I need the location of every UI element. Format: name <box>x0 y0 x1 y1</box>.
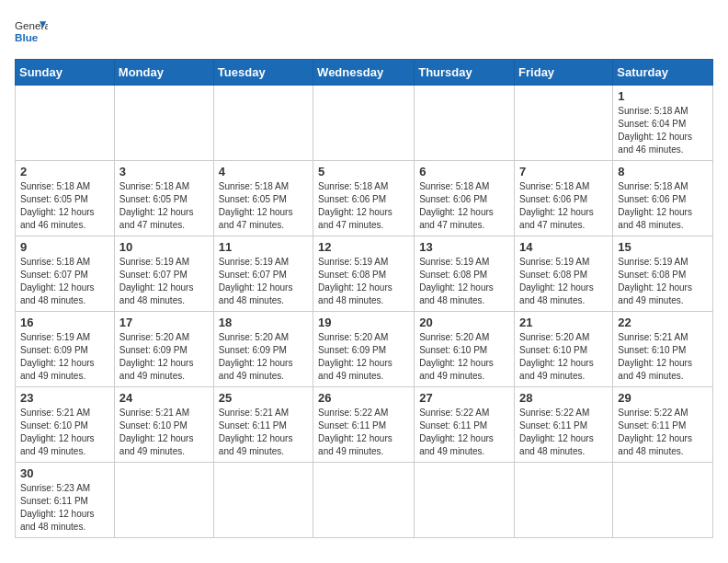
calendar-cell: 5Sunrise: 5:18 AM Sunset: 6:06 PM Daylig… <box>313 161 415 236</box>
day-number: 5 <box>318 165 409 178</box>
day-number: 2 <box>20 165 109 178</box>
day-number: 22 <box>618 316 708 329</box>
calendar-cell: 18Sunrise: 5:20 AM Sunset: 6:09 PM Dayli… <box>213 312 313 387</box>
logo: General Blue <box>15 15 48 48</box>
calendar-cell: 4Sunrise: 5:18 AM Sunset: 6:05 PM Daylig… <box>213 161 313 236</box>
calendar-cell <box>213 86 313 161</box>
calendar-cell: 20Sunrise: 5:20 AM Sunset: 6:10 PM Dayli… <box>415 312 515 387</box>
day-number: 29 <box>618 391 708 405</box>
day-number: 28 <box>519 391 608 405</box>
day-number: 13 <box>419 240 509 254</box>
day-number: 4 <box>219 165 308 178</box>
calendar-week-row: 1Sunrise: 5:18 AM Sunset: 6:04 PM Daylig… <box>16 86 713 161</box>
day-info: Sunrise: 5:22 AM Sunset: 6:11 PM Dayligh… <box>318 407 409 458</box>
day-number: 18 <box>219 316 308 329</box>
day-info: Sunrise: 5:18 AM Sunset: 6:06 PM Dayligh… <box>318 180 409 232</box>
day-info: Sunrise: 5:18 AM Sunset: 6:05 PM Dayligh… <box>219 180 308 232</box>
day-number: 27 <box>419 391 509 405</box>
calendar-cell <box>313 463 415 538</box>
calendar-cell: 14Sunrise: 5:19 AM Sunset: 6:08 PM Dayli… <box>515 236 613 312</box>
calendar-week-row: 2Sunrise: 5:18 AM Sunset: 6:05 PM Daylig… <box>16 161 713 236</box>
day-number: 24 <box>119 391 209 405</box>
day-info: Sunrise: 5:19 AM Sunset: 6:08 PM Dayligh… <box>519 256 608 307</box>
calendar-cell <box>213 463 313 538</box>
day-info: Sunrise: 5:20 AM Sunset: 6:09 PM Dayligh… <box>318 331 409 383</box>
calendar-cell: 27Sunrise: 5:22 AM Sunset: 6:11 PM Dayli… <box>415 387 515 463</box>
calendar-cell: 30Sunrise: 5:23 AM Sunset: 6:11 PM Dayli… <box>16 463 115 538</box>
day-number: 7 <box>519 165 608 178</box>
day-number: 6 <box>419 165 509 178</box>
calendar-cell: 3Sunrise: 5:18 AM Sunset: 6:05 PM Daylig… <box>114 161 213 236</box>
day-number: 10 <box>119 240 209 254</box>
calendar-week-row: 16Sunrise: 5:19 AM Sunset: 6:09 PM Dayli… <box>16 312 713 387</box>
calendar-cell: 1Sunrise: 5:18 AM Sunset: 6:04 PM Daylig… <box>613 86 713 161</box>
calendar-cell <box>114 463 213 538</box>
weekday-thursday: Thursday <box>415 60 515 86</box>
calendar-cell: 8Sunrise: 5:18 AM Sunset: 6:06 PM Daylig… <box>613 161 713 236</box>
weekday-friday: Friday <box>515 60 613 86</box>
calendar-cell: 13Sunrise: 5:19 AM Sunset: 6:08 PM Dayli… <box>415 236 515 312</box>
day-info: Sunrise: 5:20 AM Sunset: 6:10 PM Dayligh… <box>419 331 509 383</box>
day-number: 20 <box>419 316 509 329</box>
calendar-cell: 15Sunrise: 5:19 AM Sunset: 6:08 PM Dayli… <box>613 236 713 312</box>
calendar-cell: 9Sunrise: 5:18 AM Sunset: 6:07 PM Daylig… <box>16 236 115 312</box>
day-info: Sunrise: 5:18 AM Sunset: 6:04 PM Dayligh… <box>618 105 708 156</box>
calendar-cell <box>515 86 613 161</box>
day-info: Sunrise: 5:22 AM Sunset: 6:11 PM Dayligh… <box>618 407 708 458</box>
calendar-cell: 25Sunrise: 5:21 AM Sunset: 6:11 PM Dayli… <box>213 387 313 463</box>
day-number: 1 <box>618 89 708 103</box>
calendar-cell <box>515 463 613 538</box>
calendar-cell: 22Sunrise: 5:21 AM Sunset: 6:10 PM Dayli… <box>613 312 713 387</box>
day-number: 8 <box>618 165 708 178</box>
day-info: Sunrise: 5:18 AM Sunset: 6:06 PM Dayligh… <box>519 180 608 232</box>
day-info: Sunrise: 5:22 AM Sunset: 6:11 PM Dayligh… <box>519 407 608 458</box>
calendar-cell <box>415 86 515 161</box>
day-info: Sunrise: 5:19 AM Sunset: 6:09 PM Dayligh… <box>20 331 109 383</box>
calendar-cell: 28Sunrise: 5:22 AM Sunset: 6:11 PM Dayli… <box>515 387 613 463</box>
day-info: Sunrise: 5:18 AM Sunset: 6:05 PM Dayligh… <box>119 180 209 232</box>
calendar-cell: 11Sunrise: 5:19 AM Sunset: 6:07 PM Dayli… <box>213 236 313 312</box>
day-info: Sunrise: 5:23 AM Sunset: 6:11 PM Dayligh… <box>20 482 109 534</box>
calendar-cell <box>16 86 115 161</box>
calendar-cell: 26Sunrise: 5:22 AM Sunset: 6:11 PM Dayli… <box>313 387 415 463</box>
day-number: 3 <box>119 165 209 178</box>
day-info: Sunrise: 5:18 AM Sunset: 6:06 PM Dayligh… <box>618 180 708 232</box>
calendar-cell: 12Sunrise: 5:19 AM Sunset: 6:08 PM Dayli… <box>313 236 415 312</box>
day-info: Sunrise: 5:19 AM Sunset: 6:08 PM Dayligh… <box>618 256 708 307</box>
calendar-week-row: 9Sunrise: 5:18 AM Sunset: 6:07 PM Daylig… <box>16 236 713 312</box>
day-info: Sunrise: 5:20 AM Sunset: 6:10 PM Dayligh… <box>519 331 608 383</box>
day-number: 11 <box>219 240 308 254</box>
day-number: 15 <box>618 240 708 254</box>
calendar-table: SundayMondayTuesdayWednesdayThursdayFrid… <box>15 59 713 538</box>
day-info: Sunrise: 5:19 AM Sunset: 6:07 PM Dayligh… <box>119 256 209 307</box>
weekday-wednesday: Wednesday <box>313 60 415 86</box>
day-number: 17 <box>119 316 209 329</box>
day-number: 25 <box>219 391 308 405</box>
day-info: Sunrise: 5:18 AM Sunset: 6:06 PM Dayligh… <box>419 180 509 232</box>
calendar-cell <box>114 86 213 161</box>
svg-text:Blue: Blue <box>15 31 39 43</box>
calendar-cell: 23Sunrise: 5:21 AM Sunset: 6:10 PM Dayli… <box>16 387 115 463</box>
day-info: Sunrise: 5:18 AM Sunset: 6:07 PM Dayligh… <box>20 256 109 307</box>
day-info: Sunrise: 5:19 AM Sunset: 6:08 PM Dayligh… <box>419 256 509 307</box>
calendar-week-row: 23Sunrise: 5:21 AM Sunset: 6:10 PM Dayli… <box>16 387 713 463</box>
weekday-tuesday: Tuesday <box>213 60 313 86</box>
generalblue-logo-icon: General Blue <box>15 15 48 48</box>
day-info: Sunrise: 5:22 AM Sunset: 6:11 PM Dayligh… <box>419 407 509 458</box>
calendar-cell <box>613 463 713 538</box>
weekday-saturday: Saturday <box>613 60 713 86</box>
calendar-cell <box>313 86 415 161</box>
day-number: 26 <box>318 391 409 405</box>
calendar-cell: 10Sunrise: 5:19 AM Sunset: 6:07 PM Dayli… <box>114 236 213 312</box>
weekday-monday: Monday <box>114 60 213 86</box>
page-header: General Blue <box>15 15 713 48</box>
day-info: Sunrise: 5:19 AM Sunset: 6:08 PM Dayligh… <box>318 256 409 307</box>
calendar-cell: 7Sunrise: 5:18 AM Sunset: 6:06 PM Daylig… <box>515 161 613 236</box>
day-number: 21 <box>519 316 608 329</box>
day-number: 14 <box>519 240 608 254</box>
calendar-cell: 21Sunrise: 5:20 AM Sunset: 6:10 PM Dayli… <box>515 312 613 387</box>
day-number: 9 <box>20 240 109 254</box>
day-number: 12 <box>318 240 409 254</box>
weekday-sunday: Sunday <box>16 60 115 86</box>
day-number: 30 <box>20 466 109 480</box>
